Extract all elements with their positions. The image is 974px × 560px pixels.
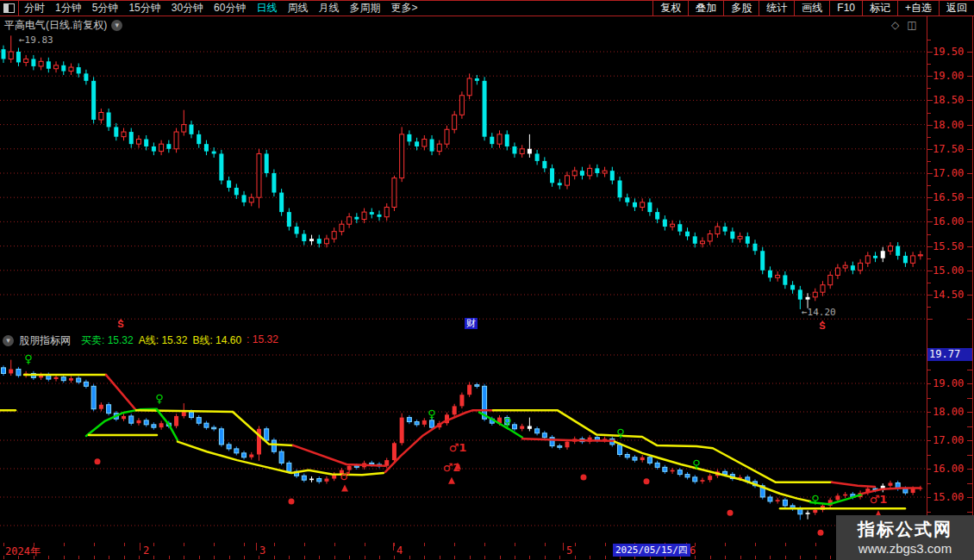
indicator-value-0: 买卖: 15.32 (81, 333, 134, 348)
timeline-tick (440, 556, 440, 559)
timeline-tick (785, 556, 786, 559)
timeline-tick (124, 543, 125, 546)
timeline-tick (3, 556, 4, 559)
tool-button-画线[interactable]: 画线 (794, 1, 829, 16)
timeline-tick (830, 556, 831, 559)
axis-tick (927, 271, 933, 271)
tool-button-叠加[interactable]: 叠加 (688, 1, 723, 16)
axis-tick (927, 149, 933, 150)
period-tab-60分钟[interactable]: 60分钟 (209, 1, 251, 16)
axis-tick (927, 440, 931, 441)
axis-tick (927, 370, 931, 370)
panel-axis-label-19.00: 19.00 (933, 377, 964, 389)
axis-tick (967, 221, 972, 222)
timeline-tick (710, 556, 711, 559)
timeline-tick (349, 556, 350, 559)
panel-axis-label-16.00: 16.00 (933, 463, 964, 475)
period-tab-更多>[interactable]: 更多> (385, 1, 422, 16)
axis-tick (927, 295, 933, 296)
axis-tick (927, 512, 931, 513)
timeline-tick (365, 543, 365, 546)
timeline-tick (169, 556, 170, 559)
sell-signal-marker: ▴S (116, 318, 126, 327)
timeline-tick (484, 543, 485, 546)
timeline-tick (605, 543, 606, 546)
axis-tick (967, 398, 972, 399)
axis-tick (927, 113, 931, 114)
period-tab-1分钟[interactable]: 1分钟 (50, 1, 87, 16)
tool-button-标记[interactable]: 标记 (862, 1, 897, 16)
tool-button-复权[interactable]: 复权 (652, 1, 688, 16)
window-layout-icon (3, 3, 15, 13)
tool-button-统计[interactable]: 统计 (759, 1, 794, 16)
timeline-tick (394, 543, 395, 546)
trading-app-window: { "toolbar": { "left_items": [ {"label":… (0, 0, 974, 560)
period-tab-多周期[interactable]: 多周期 (344, 1, 385, 16)
timeline-tick (785, 543, 786, 546)
timeline-tick (800, 556, 801, 559)
indicator-panel-chart[interactable]: ♀♀♀♀♀♀♀♂♂1♂2♂1 (0, 349, 927, 543)
layout-icon-button[interactable] (0, 1, 19, 16)
axis-tick (927, 234, 931, 235)
axis-tick (927, 319, 933, 320)
period-tab-分时[interactable]: 分时 (19, 1, 50, 16)
timeline-label-6: 6 (690, 544, 696, 557)
axis-tick (927, 307, 931, 308)
period-tab-15分钟[interactable]: 15分钟 (123, 1, 165, 16)
timeline-tick (815, 556, 816, 559)
axis-border-line (927, 16, 927, 558)
axis-tick (967, 100, 972, 101)
axis-tick (927, 76, 933, 77)
axis-tick (967, 469, 972, 470)
timeline-tick (575, 556, 576, 559)
main-axis-label-14.50: 14.50 (933, 289, 964, 301)
axis-tick (927, 258, 931, 259)
tools-menu: 复权叠加多股统计画线F10标记+自选返回 (652, 1, 974, 16)
tool-button-+自选[interactable]: +自选 (897, 1, 939, 16)
axis-tick (927, 137, 931, 138)
timeline-tick (515, 556, 515, 559)
timeline-tick (124, 556, 125, 559)
tool-button-多股[interactable]: 多股 (723, 1, 759, 16)
timeline-tick (199, 556, 200, 559)
diamond-icon[interactable]: ◇ (891, 19, 899, 31)
main-candlestick-chart[interactable] (0, 33, 927, 332)
main-axis-label-16.00: 16.00 (933, 215, 964, 227)
chevron-down-icon[interactable]: ▾ (3, 335, 14, 346)
timeline-tick (78, 556, 79, 559)
watermark-title: 指标公式网 (836, 518, 974, 541)
split-window-icon[interactable]: ◫ (907, 19, 916, 31)
axis-tick (967, 197, 972, 198)
period-tab-30分钟[interactable]: 30分钟 (166, 1, 209, 16)
axis-tick (927, 173, 933, 174)
timeline-tick (409, 556, 410, 559)
period-tab-周线[interactable]: 周线 (282, 1, 313, 16)
high-price-annotation: ←19.83 (19, 34, 53, 46)
panel-axis-label-17.00: 17.00 (933, 434, 964, 446)
timeline-label-5: 5 (566, 544, 572, 557)
timeline-tick (139, 556, 140, 559)
timeline-tick (740, 556, 741, 559)
svg-text:♀: ♀ (503, 415, 512, 428)
tool-button-F10[interactable]: F10 (829, 1, 862, 16)
low-price-annotation: ←14.20 (802, 307, 836, 318)
axis-tick (927, 161, 931, 162)
main-axis-label-18.00: 18.00 (933, 119, 964, 131)
watermark: 指标公式网 www.zbgs3.com (836, 515, 974, 560)
axis-tick (967, 483, 972, 484)
page-title: 平高电气(日线.前复权) (4, 18, 107, 33)
period-tab-5分钟[interactable]: 5分钟 (87, 1, 124, 16)
svg-text:♀: ♀ (155, 392, 164, 405)
chevron-down-icon[interactable]: ▾ (111, 20, 122, 31)
tool-button-返回[interactable]: 返回 (939, 1, 974, 16)
period-tab-日线[interactable]: 日线 (251, 1, 282, 16)
timeline-tick (274, 556, 275, 559)
axis-tick (927, 497, 931, 498)
period-tab-月线[interactable]: 月线 (313, 1, 344, 16)
timeline-tick (394, 556, 395, 559)
timeline-tick (529, 556, 530, 559)
axis-tick (927, 398, 931, 399)
svg-text:♂2: ♂2 (443, 461, 461, 474)
svg-text:♀: ♀ (616, 426, 625, 439)
timeline-tick (304, 543, 305, 546)
